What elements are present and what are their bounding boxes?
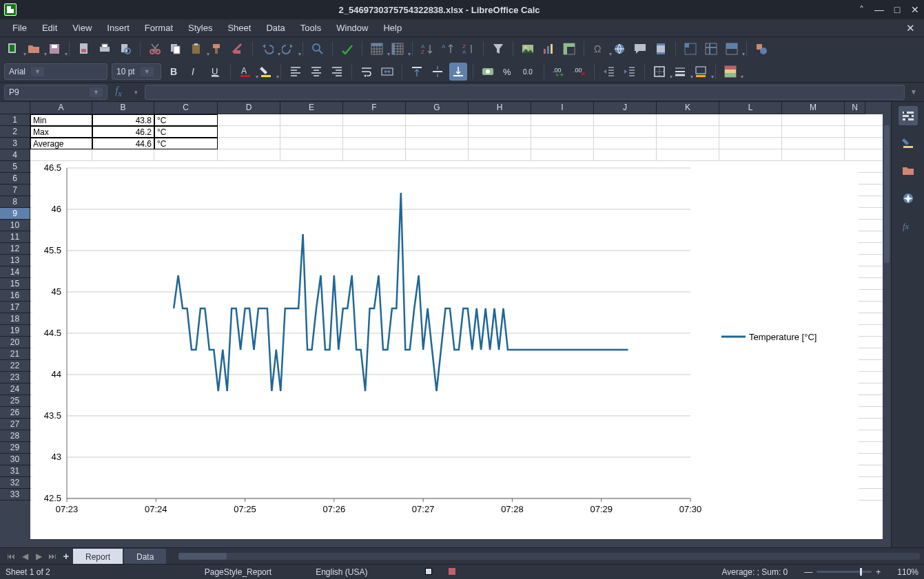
split-window-button[interactable] [723, 40, 741, 58]
tab-prev-button[interactable]: ◀ [18, 551, 32, 561]
col-header[interactable]: N [845, 102, 865, 114]
sort-asc-button[interactable]: AZ [418, 40, 436, 58]
col-header[interactable]: K [657, 102, 719, 114]
sort-za-button[interactable]: ZA [460, 40, 478, 58]
status-page-style[interactable]: PageStyle_Report [205, 567, 271, 577]
sheet-tab-data[interactable]: Data [124, 549, 166, 564]
cell-grid[interactable]: Min43.8°CMax46.2°CAverage44.6°C 42.54343… [30, 114, 891, 539]
menu-file[interactable]: File [6, 21, 34, 35]
row-button[interactable] [368, 40, 386, 58]
underline-button[interactable]: U [207, 63, 225, 81]
tab-last-button[interactable]: ⏭ [45, 551, 59, 561]
menu-data[interactable]: Data [259, 21, 291, 35]
menu-tools[interactable]: Tools [294, 21, 328, 35]
menu-insert[interactable]: Insert [100, 21, 136, 35]
col-header[interactable]: L [719, 102, 782, 114]
expand-formula-bar-button[interactable]: ▼ [907, 88, 920, 96]
close-document-icon[interactable]: ✕ [902, 22, 918, 34]
row-header[interactable]: 25 [0, 395, 30, 407]
merge-cells-button[interactable] [378, 63, 396, 81]
col-header[interactable]: A [30, 102, 92, 114]
add-sheet-button[interactable]: + [59, 550, 73, 562]
row-header[interactable]: 2 [0, 126, 30, 138]
menu-sheet[interactable]: Sheet [220, 21, 258, 35]
status-zoom[interactable]: 110% [897, 567, 918, 577]
row-header[interactable]: 4 [0, 149, 30, 161]
row-header[interactable]: 1 [0, 114, 30, 126]
menu-edit[interactable]: Edit [35, 21, 64, 35]
insert-hyperlink-button[interactable] [610, 40, 628, 58]
column-button[interactable] [389, 40, 407, 58]
row-header[interactable]: 14 [0, 266, 30, 278]
menu-window[interactable]: Window [329, 21, 375, 35]
sidebar-navigator-button[interactable] [899, 189, 918, 208]
remove-decimal-button[interactable]: .00× [571, 63, 588, 81]
cell-reference-box[interactable]: P9▼ [4, 85, 107, 100]
col-header[interactable]: C [154, 102, 218, 114]
row-header[interactable]: 24 [0, 383, 30, 395]
clear-formatting-button[interactable] [229, 40, 247, 58]
row-header[interactable]: 22 [0, 360, 30, 372]
save-button[interactable] [45, 40, 63, 58]
redo-button[interactable] [279, 40, 297, 58]
col-header[interactable]: J [594, 102, 657, 114]
row-header[interactable]: 12 [0, 243, 30, 255]
col-header[interactable]: H [469, 102, 531, 114]
row-header[interactable]: 7 [0, 185, 30, 196]
row-header[interactable]: 10 [0, 220, 30, 231]
status-language[interactable]: English (USA) [316, 567, 367, 577]
highlight-button[interactable] [257, 63, 275, 81]
align-top-button[interactable] [408, 63, 426, 81]
col-header[interactable]: D [218, 102, 280, 114]
align-right-button[interactable] [328, 63, 346, 81]
row-header[interactable]: 8 [0, 196, 30, 208]
undo-button[interactable] [258, 40, 276, 58]
spellcheck-button[interactable] [338, 40, 356, 58]
export-pdf-button[interactable] [75, 40, 93, 58]
font-color-button[interactable]: A [236, 63, 254, 81]
row-header[interactable]: 29 [0, 442, 30, 454]
freeze-button[interactable] [702, 40, 720, 58]
row-header[interactable]: 31 [0, 465, 30, 477]
number-button[interactable]: 0.0 [520, 63, 538, 81]
align-left-button[interactable] [287, 63, 305, 81]
row-header[interactable]: 9 [0, 208, 30, 220]
row-header[interactable]: 16 [0, 290, 30, 302]
paste-button[interactable] [187, 40, 205, 58]
font-size-combo[interactable]: 10 pt▼ [112, 63, 161, 80]
row-header[interactable]: 3 [0, 138, 30, 149]
row-header[interactable]: 23 [0, 372, 30, 383]
col-header[interactable]: I [531, 102, 594, 114]
border-style-button[interactable] [671, 63, 689, 81]
row-header[interactable]: 33 [0, 489, 30, 501]
col-header[interactable]: F [343, 102, 406, 114]
row-header[interactable]: 11 [0, 231, 30, 243]
menu-styles[interactable]: Styles [181, 21, 219, 35]
horizontal-scrollbar[interactable] [0, 539, 891, 547]
status-insert-mode[interactable] [425, 567, 432, 577]
insert-special-button[interactable]: Ω [590, 40, 608, 58]
insert-comment-button[interactable] [631, 40, 649, 58]
window-maximize-icon[interactable]: □ [892, 5, 902, 14]
insert-chart-button[interactable] [540, 40, 557, 58]
row-header[interactable]: 26 [0, 407, 30, 419]
new-button[interactable] [4, 40, 22, 58]
row-header[interactable]: 28 [0, 430, 30, 442]
currency-button[interactable] [479, 63, 497, 81]
italic-button[interactable]: I [186, 63, 204, 81]
bold-button[interactable]: B [165, 63, 183, 81]
col-header[interactable]: E [280, 102, 343, 114]
font-name-combo[interactable]: Arial▼ [4, 63, 107, 80]
embedded-chart[interactable]: 42.54343.54444.54545.54646.507:2307:2407… [32, 161, 859, 525]
row-header[interactable]: 18 [0, 313, 30, 325]
row-header[interactable]: 21 [0, 348, 30, 360]
window-minimize-icon[interactable]: — [874, 5, 884, 14]
window-close-icon[interactable]: ✕ [910, 5, 920, 14]
row-header[interactable]: 5 [0, 161, 30, 173]
formula-input[interactable] [145, 85, 905, 100]
cut-button[interactable] [146, 40, 164, 58]
cond-format-button[interactable] [721, 63, 739, 81]
menu-format[interactable]: Format [138, 21, 180, 35]
align-bottom-button[interactable] [449, 63, 467, 81]
autofilter-button[interactable] [489, 40, 507, 58]
